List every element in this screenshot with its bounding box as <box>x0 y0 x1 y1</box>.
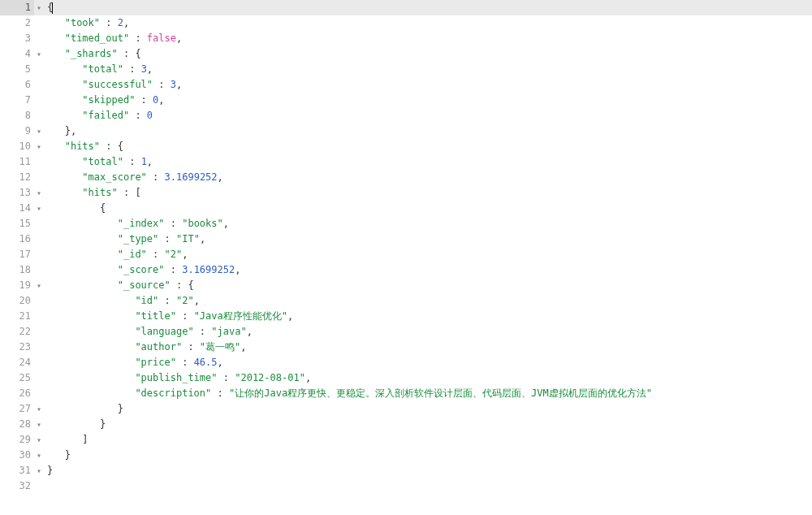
code-line[interactable]: 18 "_score" : 3.1699252, <box>0 262 812 278</box>
line-number[interactable]: 4 <box>0 46 34 62</box>
code-line[interactable]: 29▾ ] <box>0 432 812 448</box>
line-number[interactable]: 2 <box>0 15 34 31</box>
line-number[interactable]: 3 <box>0 31 34 46</box>
code-line[interactable]: 7 "skipped" : 0, <box>0 93 812 108</box>
code-line[interactable]: 9▾ }, <box>0 123 812 139</box>
code-line[interactable]: 13▾ "hits" : [ <box>0 185 812 201</box>
code-content[interactable]: "language" : "java", <box>44 324 812 340</box>
line-number[interactable]: 21 <box>0 309 34 324</box>
code-content[interactable]: "failed" : 0 <box>44 108 812 123</box>
fold-toggle-icon[interactable]: ▾ <box>34 448 44 463</box>
code-line[interactable]: 16 "_type" : "IT", <box>0 232 812 247</box>
code-line[interactable]: 17 "_id" : "2", <box>0 247 812 262</box>
line-number[interactable]: 31 <box>0 463 34 478</box>
line-number[interactable]: 23 <box>0 340 34 355</box>
code-content[interactable]: "id" : "2", <box>44 293 812 309</box>
line-number[interactable]: 19 <box>0 278 34 293</box>
fold-toggle-icon[interactable]: ▾ <box>34 0 44 15</box>
line-number[interactable]: 7 <box>0 93 34 108</box>
line-number[interactable]: 11 <box>0 154 34 170</box>
line-number[interactable]: 6 <box>0 77 34 93</box>
code-line[interactable]: 32 <box>0 478 812 494</box>
code-editor[interactable]: 1▾{2 "took" : 2,3 "timed_out" : false,4▾… <box>0 0 812 494</box>
line-number[interactable]: 8 <box>0 108 34 123</box>
line-number[interactable]: 28 <box>0 417 34 432</box>
code-line[interactable]: 5 "total" : 3, <box>0 62 812 77</box>
code-content[interactable]: "skipped" : 0, <box>44 93 812 108</box>
line-number[interactable]: 10 <box>0 139 34 154</box>
line-number[interactable]: 20 <box>0 293 34 309</box>
code-content[interactable]: "successful" : 3, <box>44 77 812 93</box>
code-content[interactable]: "price" : 46.5, <box>44 355 812 370</box>
code-content[interactable]: { <box>44 0 812 15</box>
fold-toggle-icon[interactable]: ▾ <box>34 201 44 216</box>
code-line[interactable]: 31▾} <box>0 463 812 478</box>
fold-toggle-icon[interactable]: ▾ <box>34 432 44 448</box>
code-content[interactable]: } <box>44 463 812 478</box>
line-number[interactable]: 12 <box>0 170 34 185</box>
code-line[interactable]: 14▾ { <box>0 201 812 216</box>
line-number[interactable]: 22 <box>0 324 34 340</box>
fold-toggle-icon[interactable]: ▾ <box>34 185 44 201</box>
fold-toggle-icon[interactable]: ▾ <box>34 123 44 139</box>
code-line[interactable]: 8 "failed" : 0 <box>0 108 812 123</box>
code-content[interactable]: } <box>44 417 812 432</box>
line-number[interactable]: 9 <box>0 123 34 139</box>
fold-toggle-icon[interactable]: ▾ <box>34 46 44 62</box>
fold-toggle-icon[interactable]: ▾ <box>34 401 44 417</box>
code-content[interactable]: "publish_time" : "2012-08-01", <box>44 370 812 386</box>
code-content[interactable]: "hits" : { <box>44 139 812 154</box>
code-content[interactable]: } <box>44 448 812 463</box>
code-line[interactable]: 15 "_index" : "books", <box>0 216 812 232</box>
code-content[interactable]: "author" : "葛一鸣", <box>44 340 812 355</box>
code-content[interactable]: "_shards" : { <box>44 46 812 62</box>
code-line[interactable]: 30▾ } <box>0 448 812 463</box>
code-content[interactable]: "description" : "让你的Java程序更快、更稳定。深入剖析软件设… <box>44 386 812 401</box>
code-line[interactable]: 3 "timed_out" : false, <box>0 31 812 46</box>
fold-toggle-icon[interactable]: ▾ <box>34 463 44 478</box>
code-content[interactable]: "total" : 1, <box>44 154 812 170</box>
code-content[interactable]: "max_score" : 3.1699252, <box>44 170 812 185</box>
code-content[interactable]: "_id" : "2", <box>44 247 812 262</box>
fold-toggle-icon[interactable]: ▾ <box>34 139 44 154</box>
line-number[interactable]: 30 <box>0 448 34 463</box>
line-number[interactable]: 29 <box>0 432 34 448</box>
code-content[interactable]: "hits" : [ <box>44 185 812 201</box>
code-content[interactable]: "_type" : "IT", <box>44 232 812 247</box>
line-number[interactable]: 13 <box>0 185 34 201</box>
code-content[interactable]: { <box>44 201 812 216</box>
line-number[interactable]: 17 <box>0 247 34 262</box>
code-content[interactable]: ] <box>44 432 812 448</box>
code-content[interactable]: "total" : 3, <box>44 62 812 77</box>
code-line[interactable]: 22 "language" : "java", <box>0 324 812 340</box>
code-line[interactable]: 4▾ "_shards" : { <box>0 46 812 62</box>
code-line[interactable]: 1▾{ <box>0 0 812 15</box>
code-line[interactable]: 26 "description" : "让你的Java程序更快、更稳定。深入剖析… <box>0 386 812 401</box>
line-number[interactable]: 14 <box>0 201 34 216</box>
line-number[interactable]: 24 <box>0 355 34 370</box>
line-number[interactable]: 32 <box>0 478 34 494</box>
code-content[interactable]: "title" : "Java程序性能优化", <box>44 309 812 324</box>
code-line[interactable]: 11 "total" : 1, <box>0 154 812 170</box>
code-line[interactable]: 27▾ } <box>0 401 812 417</box>
line-number[interactable]: 25 <box>0 370 34 386</box>
code-content[interactable]: }, <box>44 123 812 139</box>
line-number[interactable]: 16 <box>0 232 34 247</box>
code-line[interactable]: 25 "publish_time" : "2012-08-01", <box>0 370 812 386</box>
code-content[interactable]: } <box>44 401 812 417</box>
code-line[interactable]: 2 "took" : 2, <box>0 15 812 31</box>
code-content[interactable]: "_score" : 3.1699252, <box>44 262 812 278</box>
code-line[interactable]: 6 "successful" : 3, <box>0 77 812 93</box>
fold-toggle-icon[interactable]: ▾ <box>34 278 44 293</box>
line-number[interactable]: 5 <box>0 62 34 77</box>
code-line[interactable]: 23 "author" : "葛一鸣", <box>0 340 812 355</box>
code-content[interactable]: "timed_out" : false, <box>44 31 812 46</box>
line-number[interactable]: 15 <box>0 216 34 232</box>
code-line[interactable]: 20 "id" : "2", <box>0 293 812 309</box>
fold-toggle-icon[interactable]: ▾ <box>34 417 44 432</box>
code-line[interactable]: 10▾ "hits" : { <box>0 139 812 154</box>
code-content[interactable]: "_index" : "books", <box>44 216 812 232</box>
code-content[interactable]: "took" : 2, <box>44 15 812 31</box>
code-line[interactable]: 28▾ } <box>0 417 812 432</box>
line-number[interactable]: 1 <box>0 0 34 15</box>
